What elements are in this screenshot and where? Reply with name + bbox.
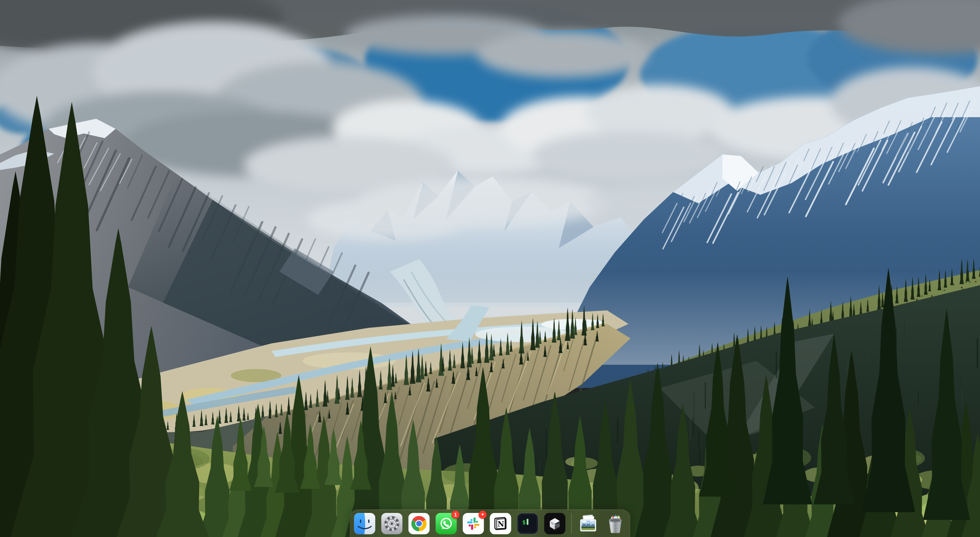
dock-separator — [571, 513, 572, 534]
dock-item-downloads[interactable] — [578, 513, 599, 534]
gear-icon — [381, 513, 403, 534]
chrome-icon — [409, 513, 430, 534]
dock: 1 • — [350, 509, 630, 537]
dock-item-cursor[interactable] — [544, 513, 566, 534]
dock-item-iterm[interactable]: $ — [517, 513, 538, 534]
dock-item-chrome[interactable] — [409, 513, 430, 534]
photo-thumbnail — [581, 520, 595, 530]
dock-item-whatsapp[interactable]: 1 — [436, 513, 457, 534]
dock-item-finder[interactable] — [354, 513, 376, 534]
dock-item-notion[interactable]: N — [490, 513, 511, 534]
dock-item-trash[interactable] — [605, 513, 626, 534]
dock-item-slack[interactable]: • — [463, 513, 484, 534]
trash-full-icon — [605, 513, 626, 534]
terminal-icon: $ — [517, 513, 538, 534]
wallpaper-image — [0, 0, 980, 537]
downloads-stack-icon — [578, 513, 599, 534]
desktop[interactable]: 1 • — [0, 0, 980, 537]
dock-item-system-settings[interactable] — [381, 513, 403, 534]
notion-letter: N — [497, 519, 504, 528]
whatsapp-badge: 1 — [452, 511, 460, 519]
slack-badge: • — [479, 511, 487, 519]
notion-icon: N — [490, 513, 511, 534]
iterm-prompt: $ — [522, 519, 526, 525]
finder-icon — [354, 513, 376, 534]
cursor-cube-icon — [544, 513, 566, 534]
